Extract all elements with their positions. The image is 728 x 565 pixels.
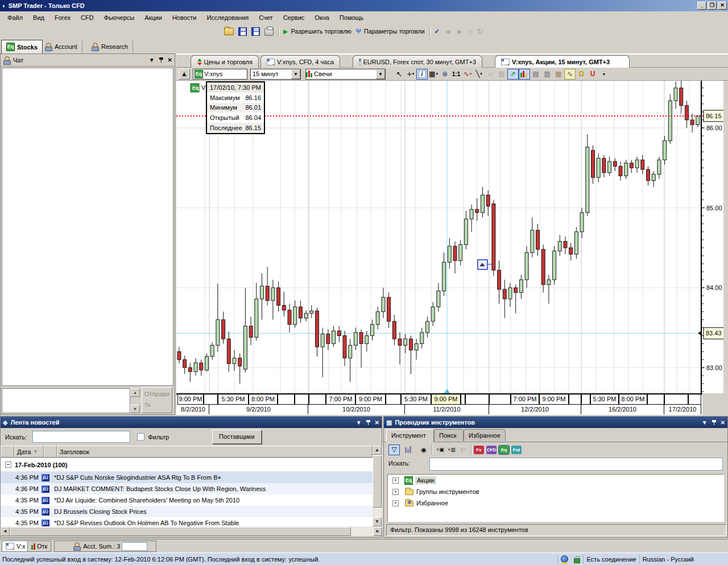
menu-помощь[interactable]: Помощь [334, 13, 369, 23]
chart-tab-0[interactable]: Цены и торговля [191, 55, 259, 68]
close-icon[interactable]: ✕ [168, 57, 172, 63]
tree-item-1[interactable]: +Группы инструментов [388, 486, 723, 497]
send-button[interactable]: Отправить [142, 387, 172, 413]
tab-stocks[interactable]: EqStocks [1, 40, 43, 53]
save-image-icon[interactable]: ▩ [553, 69, 564, 80]
chevron-down-icon[interactable]: ▼ [376, 69, 385, 79]
menu-фьючерсы[interactable]: Фьючерсы [99, 13, 139, 23]
home-icon[interactable]: ⌂ [466, 26, 474, 37]
chevron-down-icon[interactable]: ▼ [291, 69, 300, 79]
chevron-down-icon[interactable]: ▼ [149, 57, 155, 63]
instrument-tab-2[interactable]: Избранное [464, 429, 506, 441]
toolbar-overflow-icon[interactable]: ▾ [598, 69, 610, 80]
add-column-icon[interactable]: +▥ [446, 444, 457, 455]
pointer-mode-icon[interactable]: ▧ [496, 69, 507, 80]
chart-tab-2[interactable]: EURUSD, Forex спот, 30 минут, GMT+3 [353, 55, 482, 68]
save-icon[interactable] [237, 26, 249, 37]
news-row[interactable]: 4:36 PMDJDJ MARKET COMMENT: Budapest Sto… [1, 483, 373, 495]
chart-tab-1[interactable]: V:xnys, CFD, 4 часа [260, 55, 340, 68]
expand-icon[interactable]: + [392, 489, 399, 495]
chat-panel-header[interactable]: Чат ▼ ✕ [1, 54, 175, 67]
news-group-row[interactable]: −17-Feb-2010 (100) [1, 458, 373, 472]
color-candles-icon[interactable] [519, 69, 530, 80]
zoom-tool-icon[interactable]: ⊕ [439, 69, 450, 80]
cfd-filter-icon[interactable]: CFD [486, 446, 497, 454]
column-date[interactable]: Дата▼ [14, 446, 44, 458]
back-icon[interactable]: ◄ [442, 26, 453, 37]
news-horizontal-scrollbar[interactable]: ◄ ► [1, 526, 382, 536]
instrument-tab-0[interactable]: Инструмент [386, 429, 434, 442]
tab-open-positions[interactable]: Отк [27, 541, 51, 552]
chat-messages[interactable] [2, 68, 173, 386]
zoom-reset-icon[interactable]: 1:1 [450, 69, 462, 80]
forward-icon[interactable]: ► [454, 26, 465, 37]
el-icon[interactable]: ΕΙ [457, 444, 469, 455]
expand-icon[interactable]: + [392, 500, 399, 506]
chevron-down-icon[interactable]: ▼ [702, 419, 708, 426]
providers-button[interactable]: Поставщики [212, 430, 262, 444]
menu-файл[interactable]: Файл [2, 13, 28, 23]
refresh-icon[interactable]: ↻ [475, 26, 485, 37]
news-row[interactable]: 4:35 PMDJ*DJ S&P Revises Outlook On Holm… [1, 517, 373, 526]
news-panel-header[interactable]: ◈ Лента новостей ▼ ✕ [1, 417, 382, 428]
news-row[interactable]: 4:35 PMDJ*DJ Air Liquide: Combined Share… [1, 495, 373, 506]
tree-item-2[interactable]: +✻Избранное [388, 497, 723, 509]
magnet-icon[interactable]: U [587, 69, 598, 80]
news-vertical-scrollbar[interactable]: ▲ ▼ [373, 446, 382, 526]
crosshair-tool-icon[interactable]: +▾ [405, 69, 416, 80]
chart-style-select[interactable]: Свечи▼ [305, 69, 386, 80]
menu-акции[interactable]: Акции [139, 13, 167, 23]
news-row[interactable]: 4:36 PMDJ*DJ S&P Cuts Norske Skogindustr… [1, 472, 373, 483]
eq-filter-icon[interactable]: Eq [499, 446, 509, 454]
minimize-button[interactable]: _ [697, 2, 706, 10]
fut-filter-icon[interactable]: Fut [511, 446, 522, 454]
menu-счет[interactable]: Счет [254, 13, 278, 23]
chart-tab-3[interactable]: V:xnys, Акции, 15 минут, GMT+3 [495, 55, 630, 68]
enable-trading-button[interactable]: ▶Разрешить торговлю [282, 26, 353, 37]
close-icon[interactable]: ✕ [375, 419, 379, 426]
close-button[interactable]: ✕ [718, 2, 727, 10]
pin-icon[interactable] [712, 419, 717, 426]
save-as-icon[interactable] [250, 26, 262, 37]
scroll-up-icon[interactable]: ▲ [130, 388, 140, 397]
symbol-input[interactable]: EqV:xnys [193, 69, 247, 80]
chevron-down-icon[interactable]: ▼ [356, 419, 362, 426]
add-instrument-icon[interactable]: +▣ [435, 444, 446, 455]
expand-icon[interactable]: + [392, 477, 399, 484]
copy-window-icon[interactable]: ▥ [541, 69, 553, 80]
instrument-tab-1[interactable]: Поиск [434, 429, 464, 441]
news-row[interactable]: 4:35 PMDJDJ Brussels Closing Stock Price… [1, 506, 373, 517]
menu-вид[interactable]: Вид [28, 13, 49, 23]
restore-button[interactable]: ❐ [708, 2, 717, 10]
chat-message-input[interactable] [2, 388, 130, 413]
news-filter-checkbox[interactable] [137, 433, 144, 441]
collapse-up-icon[interactable]: ▲ [179, 69, 190, 80]
pin-icon[interactable] [366, 419, 371, 426]
scroll-down-icon[interactable]: ▼ [373, 517, 382, 526]
news-search-input[interactable] [32, 431, 130, 443]
tab-research[interactable]: Research [86, 40, 133, 53]
print-icon[interactable] [263, 26, 275, 37]
scroll-down-icon[interactable]: ▼ [130, 405, 140, 413]
scroll-up-icon[interactable]: ▲ [373, 446, 382, 455]
confirm-icon[interactable]: ✓ [433, 26, 441, 37]
open-icon[interactable] [222, 26, 235, 37]
interval-select[interactable]: 15 минут▼ [250, 69, 301, 80]
indicator-tool-icon[interactable]: ∿▾ [462, 69, 473, 80]
trading-params-button[interactable]: ΨПараметры торговли [354, 26, 427, 37]
instrument-panel-header[interactable]: ▦ Проводник инструментов ▼ ✕ [384, 417, 727, 428]
column-headline[interactable]: Заголовок [57, 446, 373, 458]
copy-chart-icon[interactable]: ▤ [530, 69, 541, 80]
fx-filter-icon[interactable]: Fx [474, 446, 484, 454]
line-tool-icon[interactable]: ╲▾ [473, 69, 485, 80]
menu-forex[interactable]: Forex [49, 13, 76, 23]
wave-overlay-icon[interactable]: ∿ [564, 69, 576, 80]
alert-bell-icon[interactable]: Ω [576, 69, 587, 80]
tree-item-0[interactable]: +EqАкции [388, 475, 723, 486]
collapse-icon[interactable]: − [5, 462, 11, 468]
eye-icon[interactable]: ◉ [418, 444, 429, 455]
trend-arrow-icon[interactable]: ⇗ [507, 69, 519, 80]
menu-новости[interactable]: Новости [167, 13, 202, 23]
tab-account[interactable]: Account [40, 40, 82, 53]
columns-icon[interactable] [403, 444, 415, 455]
